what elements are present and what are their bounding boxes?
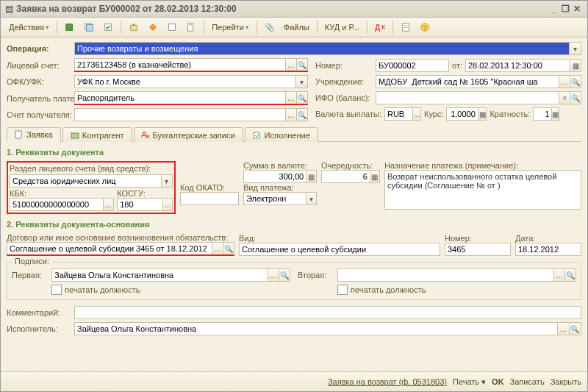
sum-field[interactable]: ▦ (243, 170, 317, 183)
ifo-clear[interactable]: × (559, 92, 570, 104)
executor-open[interactable]: 🔍 (569, 323, 581, 335)
purpose-text[interactable]: Возврат неиспользованного остатка целево… (385, 171, 581, 191)
operation-input[interactable] (75, 43, 569, 54)
operation-field[interactable]: ▾ (74, 42, 581, 55)
first-sign-input[interactable] (52, 269, 268, 281)
toolbar-icon-3[interactable] (99, 20, 117, 35)
tab-counterparty[interactable]: Контрагент (62, 127, 132, 142)
currency-input[interactable] (385, 108, 412, 120)
contract-lookup[interactable]: … (212, 243, 223, 254)
recip-acc-input[interactable] (75, 109, 285, 121)
second-sign-open[interactable]: 🔍 (564, 269, 576, 281)
minimize-button[interactable]: _ (548, 4, 559, 14)
number-field[interactable] (376, 59, 449, 72)
section-field[interactable]: ▾ (10, 174, 173, 188)
recip-acc-lookup[interactable]: … (285, 109, 296, 121)
toolbar-icon-2[interactable] (80, 20, 98, 35)
toolbar-icon-4[interactable] (125, 20, 143, 35)
tab-execution[interactable]: Исполнение (245, 127, 318, 142)
contract-open[interactable]: 🔍 (223, 243, 234, 254)
toolbar-icon-dk[interactable]: ДК (371, 21, 389, 34)
recipient-field[interactable]: … 🔍 (74, 91, 308, 104)
tab-accounting[interactable]: ДКБухгалтерские записи (134, 127, 243, 142)
kosgu-lookup[interactable]: … (162, 199, 172, 210)
section-dropdown[interactable]: ▾ (161, 175, 172, 187)
account-field[interactable]: … 🔍 (74, 58, 308, 71)
currency-lookup[interactable]: … (412, 108, 420, 120)
executor-field[interactable]: … 🔍 (74, 322, 581, 335)
ofk-field[interactable]: ▾ (74, 75, 308, 88)
comment-field[interactable] (74, 306, 581, 319)
mult-input[interactable] (534, 108, 551, 120)
recip-acc-field[interactable]: … 🔍 (74, 108, 308, 121)
org-input[interactable] (376, 76, 559, 88)
tab-request[interactable]: Заявка (7, 127, 61, 142)
save-button[interactable]: Записать (510, 377, 545, 386)
okato-input[interactable] (181, 193, 238, 204)
first-print-checkbox[interactable] (51, 285, 62, 295)
account-open[interactable]: 🔍 (296, 59, 307, 71)
sum-calc[interactable]: ▦ (306, 171, 316, 182)
ifo-field[interactable]: × 🔍 (376, 91, 581, 104)
first-sign-lookup[interactable]: … (268, 269, 279, 281)
operation-dropdown[interactable]: ▾ (569, 43, 581, 54)
rate-calc[interactable]: ▦ (478, 108, 487, 120)
account-input[interactable] (75, 59, 285, 71)
first-sign-open[interactable]: 🔍 (279, 269, 290, 281)
contract-input[interactable] (7, 243, 212, 254)
second-sign-input[interactable] (338, 269, 553, 281)
close-button-bottom[interactable]: Закрыть (551, 377, 581, 386)
priority-calc[interactable]: ▦ (370, 171, 379, 182)
okato-field[interactable] (180, 192, 239, 205)
toolbar-icon-report[interactable] (397, 20, 415, 35)
paytype-field[interactable]: ▾ (243, 192, 317, 205)
currency-field[interactable]: … (384, 107, 421, 121)
recipient-lookup[interactable]: … (285, 92, 296, 104)
kosgu-field[interactable]: … (117, 198, 173, 211)
ofk-input[interactable] (75, 76, 295, 88)
priority-input[interactable] (322, 171, 370, 182)
kbk-input[interactable] (10, 199, 103, 210)
ifo-input[interactable] (376, 92, 559, 104)
mult-field[interactable]: ▦ (533, 107, 559, 121)
recipient-input[interactable] (75, 92, 285, 104)
recipient-open[interactable]: 🔍 (296, 92, 307, 104)
rate-field[interactable]: ▦ (446, 107, 487, 121)
number-input[interactable] (376, 60, 448, 71)
section-input[interactable] (10, 175, 161, 187)
contract-field[interactable]: … 🔍 (7, 242, 234, 255)
date-input[interactable] (466, 60, 570, 71)
executor-input[interactable] (75, 323, 557, 335)
close-button[interactable]: ✕ (571, 4, 583, 14)
org-lookup[interactable]: … (559, 76, 570, 88)
toolbar-icon-6[interactable] (163, 20, 181, 35)
toolbar-icon-5[interactable] (144, 20, 162, 35)
files-button[interactable]: Файлы (280, 21, 313, 34)
org-field[interactable]: … 🔍 (376, 75, 581, 88)
date-picker[interactable]: ▦ (570, 60, 581, 71)
mult-calc[interactable]: ▦ (551, 108, 559, 120)
comment-input[interactable] (75, 307, 581, 318)
date-field[interactable]: ▦ (465, 59, 581, 72)
executor-lookup[interactable]: … (557, 323, 569, 335)
actions-menu[interactable]: Действия▾ (5, 21, 53, 34)
kosgu-input[interactable] (118, 199, 162, 210)
priority-field[interactable]: ▦ (321, 170, 380, 183)
ok-button[interactable]: OK (492, 377, 504, 386)
purpose-field[interactable]: Возврат неиспользованного остатка целево… (384, 170, 581, 210)
rate-input[interactable] (447, 108, 477, 120)
toolbar-icon-7[interactable] (182, 20, 200, 35)
kbk-field[interactable]: … (10, 198, 114, 211)
attach-icon[interactable]: 📎 (261, 21, 279, 35)
second-print-checkbox[interactable] (337, 285, 348, 295)
help-icon[interactable]: ? (416, 20, 434, 35)
print-button[interactable]: Печать ▾ (453, 377, 486, 387)
toolbar-icon-1[interactable] (61, 20, 79, 35)
sum-input[interactable] (244, 171, 306, 182)
kud-button[interactable]: КУД и Р... (321, 21, 363, 34)
recip-acc-open[interactable]: 🔍 (296, 109, 307, 121)
paytype-dropdown[interactable]: ▾ (306, 193, 316, 204)
kbk-lookup[interactable]: … (103, 199, 114, 210)
paytype-input[interactable] (244, 193, 306, 204)
second-sign-field[interactable]: … 🔍 (337, 268, 576, 282)
